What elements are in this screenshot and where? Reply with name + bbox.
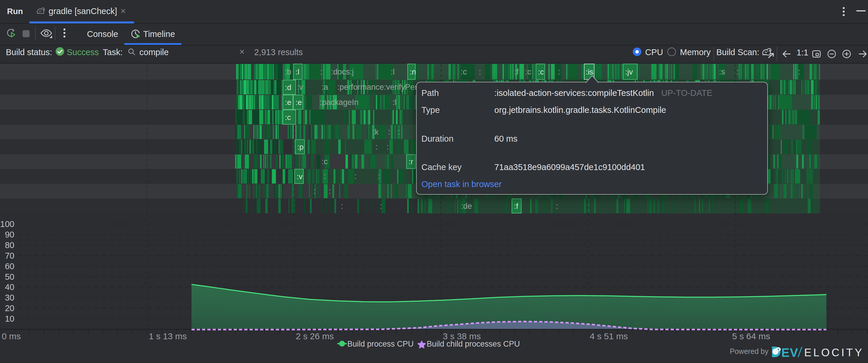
- svg-text::: :: [380, 202, 382, 211]
- svg-text::c: :c: [285, 113, 291, 122]
- svg-text::: :: [378, 172, 380, 180]
- svg-text::: :: [398, 128, 400, 136]
- svg-text::: :: [558, 67, 560, 76]
- svg-text:Build child processes CPU: Build child processes CPU: [427, 339, 520, 348]
- svg-text::: :: [323, 172, 326, 180]
- svg-text::d: :d: [285, 83, 291, 92]
- svg-text:4 s 51 ms: 4 s 51 ms: [590, 331, 628, 341]
- svg-text::: :: [556, 202, 558, 211]
- svg-text::a: :a: [321, 83, 329, 91]
- svg-text:Build process CPU: Build process CPU: [347, 339, 414, 348]
- svg-text:100: 100: [0, 219, 14, 229]
- svg-text::l: :l: [393, 98, 397, 107]
- svg-text::n: :n: [410, 67, 416, 76]
- svg-text::: :: [375, 142, 378, 151]
- svg-text:50: 50: [5, 272, 14, 281]
- svg-text::p: :p: [297, 142, 304, 151]
- svg-text:20: 20: [5, 304, 14, 313]
- svg-text::: :: [479, 67, 481, 76]
- svg-text::: :: [341, 202, 343, 211]
- svg-text::: :: [798, 67, 800, 76]
- svg-text::k: :k: [372, 128, 379, 136]
- svg-text::l: :l: [391, 67, 395, 76]
- svg-text::c: :c: [525, 67, 531, 76]
- svg-text:1 s 13 ms: 1 s 13 ms: [149, 331, 187, 341]
- svg-text:60: 60: [5, 261, 14, 271]
- svg-text:40: 40: [5, 282, 14, 292]
- svg-text::: :: [329, 187, 331, 196]
- svg-text:10: 10: [5, 314, 14, 324]
- svg-text::e: :e: [285, 98, 291, 107]
- svg-text::c: :c: [461, 67, 467, 76]
- svg-text:5 s 64 ms: 5 s 64 ms: [732, 331, 770, 341]
- svg-text::packageIn: :packageIn: [320, 98, 359, 107]
- svg-text::: :: [388, 128, 391, 136]
- svg-text:0 ms: 0 ms: [2, 331, 21, 341]
- svg-text::c: :c: [321, 157, 328, 166]
- svg-text::jv: :jv: [625, 67, 633, 76]
- svg-text:ELOCITY: ELOCITY: [804, 346, 864, 359]
- svg-text::b: :b: [285, 67, 291, 76]
- svg-text::performance:verifyPer: :performance:verifyPer: [337, 83, 417, 91]
- svg-text:2 s 26 ms: 2 s 26 ms: [296, 331, 334, 341]
- svg-text:90: 90: [5, 230, 14, 239]
- svg-text::: :: [320, 67, 322, 76]
- svg-text::: :: [737, 67, 739, 76]
- svg-text::c: :c: [538, 67, 544, 76]
- svg-text::: :: [313, 187, 316, 196]
- svg-text:80: 80: [5, 241, 14, 250]
- svg-text::r: :r: [408, 157, 413, 166]
- svg-text:EV: EV: [781, 346, 798, 360]
- svg-text::e: :e: [296, 98, 302, 107]
- svg-text::docs:j: :docs:j: [331, 67, 354, 76]
- svg-text::: :: [386, 142, 389, 151]
- svg-text::de: :de: [461, 202, 472, 211]
- svg-text::v: :v: [297, 172, 303, 181]
- svg-text:Powered by: Powered by: [730, 347, 769, 355]
- svg-text::s: :s: [719, 67, 725, 76]
- svg-text::v: :v: [297, 83, 303, 91]
- svg-text::l: :l: [296, 67, 299, 76]
- svg-text::f: :f: [514, 202, 518, 211]
- svg-text:30: 30: [5, 293, 14, 302]
- svg-text::: :: [354, 172, 357, 180]
- svg-text::f: :f: [514, 67, 519, 76]
- svg-text:70: 70: [5, 251, 14, 260]
